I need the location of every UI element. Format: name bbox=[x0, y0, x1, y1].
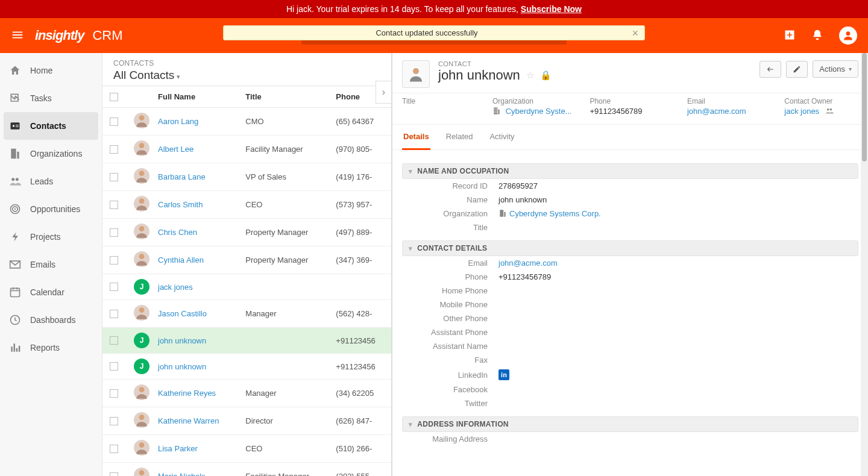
table-row[interactable]: Cynthia Allen Property Manager (347) 369… bbox=[102, 246, 391, 274]
row-checkbox[interactable] bbox=[110, 310, 118, 318]
sidebar-item-contacts[interactable]: Contacts bbox=[4, 112, 98, 140]
table-row[interactable]: J jack jones bbox=[102, 274, 391, 300]
section-name-occupation[interactable]: ▾NAME AND OCCUPATION bbox=[402, 163, 858, 179]
section-contact-details[interactable]: ▾CONTACT DETAILS bbox=[402, 240, 858, 256]
contact-name-link[interactable]: Barbara Lane bbox=[158, 172, 206, 181]
contact-name-link[interactable]: john unknown bbox=[158, 362, 206, 371]
add-icon[interactable] bbox=[784, 29, 796, 43]
row-checkbox[interactable] bbox=[110, 117, 118, 126]
expand-list-button[interactable]: › bbox=[376, 81, 391, 104]
row-checkbox[interactable] bbox=[110, 417, 118, 425]
contact-name-link[interactable]: jack jones bbox=[158, 283, 193, 292]
row-checkbox[interactable] bbox=[110, 389, 118, 398]
brand: insightly CRM bbox=[35, 28, 123, 43]
sidebar-item-opportunities[interactable]: Opportunities bbox=[0, 195, 102, 223]
contact-phone: (573) 957- bbox=[329, 191, 391, 219]
field-row: Fax bbox=[402, 353, 858, 367]
row-checkbox[interactable] bbox=[110, 256, 118, 265]
contact-name-link[interactable]: Aaron Lang bbox=[158, 117, 198, 126]
row-checkbox[interactable] bbox=[110, 472, 118, 477]
chevron-down-icon: ▾ bbox=[409, 245, 412, 252]
contact-name-link[interactable]: Katherine Warren bbox=[158, 416, 219, 425]
field-link[interactable]: Cyberdyne Systems Corp. bbox=[509, 209, 601, 218]
row-checkbox[interactable] bbox=[110, 283, 118, 291]
sidebar-item-leads[interactable]: Leads bbox=[0, 168, 102, 195]
sidebar-item-reports[interactable]: Reports bbox=[0, 334, 102, 362]
row-checkbox[interactable] bbox=[110, 362, 118, 371]
sum-owner-link[interactable]: jack jones bbox=[784, 107, 819, 116]
sidebar-item-projects[interactable]: Projects bbox=[0, 223, 102, 251]
sidebar: HomeTasksContactsOrganizationsLeadsOppor… bbox=[0, 53, 102, 476]
sum-email-link[interactable]: john@acme.com bbox=[687, 107, 746, 116]
svg-rect-1 bbox=[11, 122, 20, 130]
user-avatar-icon[interactable] bbox=[839, 27, 857, 45]
dashboards-icon bbox=[8, 314, 22, 326]
contact-name-link[interactable]: Albert Lee bbox=[158, 145, 193, 154]
linkedin-icon[interactable]: in bbox=[498, 369, 509, 380]
star-icon[interactable]: ☆ bbox=[526, 70, 534, 81]
table-row[interactable]: Lisa Parker CEO (510) 266- bbox=[102, 435, 391, 463]
contact-name-link[interactable]: Chris Chen bbox=[158, 228, 197, 237]
calendar-icon bbox=[8, 286, 22, 298]
row-checkbox[interactable] bbox=[110, 336, 118, 345]
tab-details[interactable]: Details bbox=[402, 125, 430, 150]
sidebar-item-home[interactable]: Home bbox=[0, 57, 102, 84]
toast-close-icon[interactable]: × bbox=[632, 27, 638, 40]
contact-title: Facilities Manager bbox=[238, 463, 329, 477]
field-row: Record ID278695927 bbox=[402, 179, 858, 193]
row-checkbox[interactable] bbox=[110, 228, 118, 237]
field-row: Namejohn unknown bbox=[402, 193, 858, 207]
contact-name-link[interactable]: Jason Castillo bbox=[158, 309, 207, 318]
svg-point-21 bbox=[413, 68, 419, 74]
table-row[interactable]: Katherine Reyes Manager (34) 62205 bbox=[102, 380, 391, 407]
back-button[interactable] bbox=[760, 61, 781, 78]
tab-related[interactable]: Related bbox=[445, 125, 474, 149]
sum-org-lbl: Organization bbox=[492, 97, 571, 105]
actions-button[interactable]: Actions ▾ bbox=[813, 60, 858, 78]
table-row[interactable]: Katherine Warren Director (626) 847- bbox=[102, 407, 391, 435]
svg-point-17 bbox=[139, 387, 145, 392]
contact-name-link[interactable]: Carlos Smith bbox=[158, 200, 203, 209]
row-checkbox[interactable] bbox=[110, 145, 118, 154]
subscribe-link[interactable]: Subscribe Now bbox=[521, 4, 582, 14]
row-checkbox[interactable] bbox=[110, 201, 118, 209]
col-full-name[interactable]: Full Name bbox=[151, 86, 238, 108]
view-switcher[interactable]: All Contacts▾ bbox=[113, 69, 380, 82]
table-row[interactable]: Jason Castillo Manager (562) 428- bbox=[102, 300, 391, 328]
sidebar-item-organizations[interactable]: Organizations bbox=[0, 140, 102, 168]
table-row[interactable]: Carlos Smith CEO (573) 957- bbox=[102, 191, 391, 219]
table-row[interactable]: Barbara Lane VP of Sales (419) 176- bbox=[102, 163, 391, 191]
field-label: Assistant Phone bbox=[402, 328, 498, 337]
sidebar-item-tasks[interactable]: Tasks bbox=[0, 84, 102, 112]
notifications-icon[interactable] bbox=[811, 29, 823, 43]
hamburger-icon[interactable] bbox=[11, 28, 24, 43]
table-row[interactable]: J john unknown +91123456 bbox=[102, 328, 391, 354]
field-link[interactable]: john@acme.com bbox=[498, 258, 558, 268]
contact-name-link[interactable]: Cynthia Allen bbox=[158, 255, 204, 265]
row-checkbox[interactable] bbox=[110, 445, 118, 453]
sidebar-item-dashboards[interactable]: Dashboards bbox=[0, 306, 102, 334]
contact-name-link[interactable]: john unknown bbox=[158, 336, 206, 345]
field-row: Mobile Phone bbox=[402, 298, 858, 312]
contact-title: Director bbox=[238, 407, 329, 435]
tab-activity[interactable]: Activity bbox=[488, 125, 515, 149]
view-name: All Contacts bbox=[113, 69, 174, 81]
edit-button[interactable] bbox=[786, 61, 808, 78]
section-address-information[interactable]: ▾ADDRESS INFORMATION bbox=[402, 416, 858, 432]
select-all-checkbox[interactable] bbox=[110, 93, 118, 101]
table-row[interactable]: Maria Nichols Facilities Manager (202) 5… bbox=[102, 463, 391, 477]
sidebar-item-calendar[interactable]: Calendar bbox=[0, 278, 102, 306]
table-row[interactable]: J john unknown +91123456 bbox=[102, 354, 391, 380]
table-row[interactable]: Albert Lee Facility Manager (970) 805- bbox=[102, 136, 391, 163]
contact-name-link[interactable]: Maria Nichols bbox=[158, 472, 206, 476]
sum-org-link[interactable]: Cyberdyne Syste... bbox=[506, 107, 572, 116]
sidebar-item-emails[interactable]: Emails bbox=[0, 251, 102, 278]
row-checkbox[interactable] bbox=[110, 173, 118, 181]
avatar bbox=[134, 412, 149, 428]
scrollbar[interactable] bbox=[861, 53, 868, 476]
contact-name-link[interactable]: Lisa Parker bbox=[158, 444, 198, 453]
table-row[interactable]: Aaron Lang CMO (65) 64367 bbox=[102, 108, 391, 136]
table-row[interactable]: Chris Chen Property Manager (497) 889- bbox=[102, 219, 391, 246]
col-title[interactable]: Title bbox=[238, 86, 329, 108]
contact-name-link[interactable]: Katherine Reyes bbox=[158, 389, 216, 398]
